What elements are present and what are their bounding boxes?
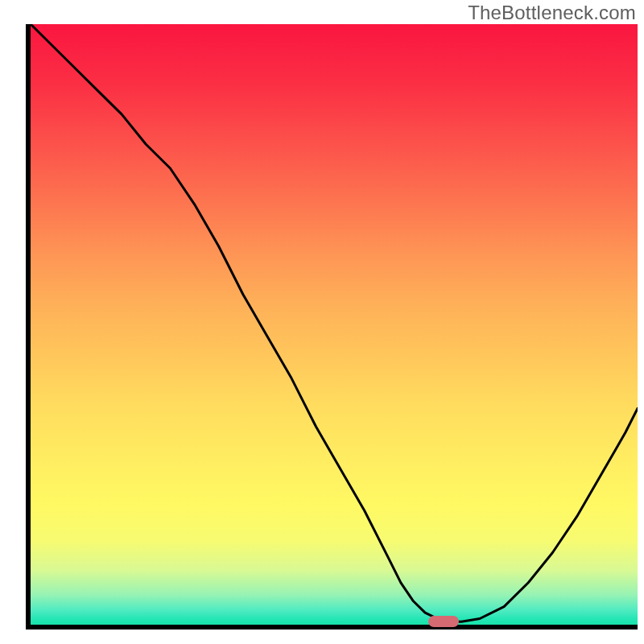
bottleneck-curve [31, 24, 638, 625]
chart-stage: TheBottleneck.com [0, 0, 644, 644]
plot-area [26, 24, 638, 630]
optimum-marker [428, 616, 459, 627]
attribution-text: TheBottleneck.com [468, 2, 636, 24]
